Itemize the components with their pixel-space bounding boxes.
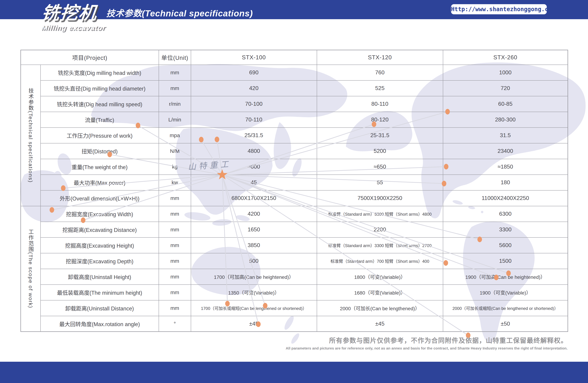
- row-label: 卸载高度(Uninstall Height): [41, 269, 159, 285]
- spec-row: 卸载距离(Uninstall Distance)mm1700（可加长或缩短(Ca…: [21, 300, 568, 316]
- spec-row: 挖掘深度(Excavating Depth)mm500标准臂（Standard …: [21, 253, 568, 269]
- unit-cell: mm: [159, 206, 191, 222]
- row-group-label: 技术参数(Technical specifications): [21, 65, 41, 206]
- value-cell: 2000（可加长(Can be lengthened)）: [317, 300, 443, 316]
- row-label: 卸载距离(Uninstall Distance): [41, 300, 159, 316]
- value-cell: 5600: [443, 237, 568, 253]
- value-cell: 标准臂（Standard arm）5300 短臂（Short arms）4800: [317, 206, 443, 222]
- unit-cell: N/M: [159, 143, 191, 159]
- unit-cell: mm: [159, 285, 191, 300]
- value-cell: ≈600: [191, 159, 317, 175]
- value-cell: ±50: [443, 316, 568, 332]
- brand-logo-en: Milling excavator: [41, 23, 106, 32]
- unit-cell: mm: [159, 253, 191, 269]
- unit-cell: mpa: [159, 128, 191, 143]
- row-label: 挖掘深度(Excavating Depth): [41, 253, 159, 269]
- spec-row: 挖掘高度(Excavating Height)mm3850标准臂（Standar…: [21, 237, 568, 253]
- unit-cell: mm: [159, 300, 191, 316]
- value-cell: 1350（可变(Variable)）: [191, 285, 317, 300]
- value-cell: 1650: [191, 222, 317, 237]
- row-label: 铣挖头转速(Dig head milling speed): [41, 96, 159, 112]
- value-cell: 4200: [191, 206, 317, 222]
- value-cell: ≈650: [317, 159, 443, 175]
- row-label: 外形(Overall dimension(L×W×H)): [41, 190, 159, 206]
- value-cell: 1700（可加高(Can be heightened)）: [191, 269, 317, 285]
- unit-cell: mm: [159, 237, 191, 253]
- disclaimer-en: All parameters and pictures are for refe…: [286, 346, 567, 350]
- spec-row: 技术参数(Technical specifications)铣挖头宽度(Dig …: [21, 65, 568, 80]
- value-cell: 6800X1700X2150: [191, 190, 317, 206]
- spec-row: 挖掘距离(Excavating Distance)mm165022003300: [21, 222, 568, 237]
- footer-bar: [0, 362, 588, 383]
- value-cell: 3300: [443, 222, 568, 237]
- spec-row: 最大回转角度(Max.rotation angle)°±45±45±50: [21, 316, 568, 332]
- value-cell: 690: [191, 65, 317, 80]
- value-cell: 6300: [443, 206, 568, 222]
- spec-row: 工作范围(The scope of work)挖掘宽度(Excavating W…: [21, 206, 568, 222]
- value-cell: 标准臂（Standard arm）700 短臂（Short arms）400: [317, 253, 443, 269]
- value-cell: ±45: [191, 316, 317, 332]
- unit-cell: r/min: [159, 96, 191, 112]
- col-header-stx260: STX-260: [443, 50, 568, 65]
- spec-row: 工作压力(Pressure of work)mpa25/31.525-31.53…: [21, 128, 568, 143]
- value-cell: 1900（可加高(Can be heightened)）: [443, 269, 568, 285]
- row-label: 挖掘距离(Excavating Distance): [41, 222, 159, 237]
- table-header-row: 项目(Project) 单位(Unit) STX-100 STX-120 STX…: [21, 50, 568, 65]
- value-cell: 1500: [443, 253, 568, 269]
- unit-cell: mm: [159, 80, 191, 96]
- spec-table: 项目(Project) 单位(Unit) STX-100 STX-120 STX…: [21, 50, 568, 332]
- col-header-project: 项目(Project): [21, 50, 159, 65]
- value-cell: 2200: [317, 222, 443, 237]
- spec-row: 卸载高度(Uninstall Height)mm1700（可加高(Can be …: [21, 269, 568, 285]
- value-cell: 4800: [191, 143, 317, 159]
- value-cell: 25/31.5: [191, 128, 317, 143]
- spec-row: 重量(The weight of the)kg≈600≈650≈1850: [21, 159, 568, 175]
- value-cell: 760: [317, 65, 443, 80]
- value-cell: 500: [191, 253, 317, 269]
- spec-row: 铣挖头直径(Dig milling head diameter)mm420525…: [21, 80, 568, 96]
- value-cell: 23400: [443, 143, 568, 159]
- value-cell: 2000（可加长或缩短(Can be lengthened or shorten…: [443, 300, 568, 316]
- value-cell: 1680（可变(Variable)）: [317, 285, 443, 300]
- value-cell: 标准臂（Standard arm）3300 短臂（Short arms）2700: [317, 237, 443, 253]
- spec-row: 流量(Traffic)L/min70-11080-120280-300: [21, 112, 568, 128]
- spec-row: 扭矩(Distorted)N/M4800520023400: [21, 143, 568, 159]
- website-link[interactable]: Http://www.shantezhonggong.com: [451, 4, 547, 14]
- unit-cell: kg: [159, 159, 191, 175]
- unit-cell: mm: [159, 269, 191, 285]
- row-label: 挖掘高度(Excavating Height): [41, 237, 159, 253]
- value-cell: 180: [443, 175, 568, 190]
- value-cell: 80-120: [317, 112, 443, 128]
- value-cell: 1800（可变(Variable)）: [317, 269, 443, 285]
- col-header-stx120: STX-120: [317, 50, 443, 65]
- value-cell: ±45: [317, 316, 443, 332]
- value-cell: 525: [317, 80, 443, 96]
- row-label: 工作压力(Pressure of work): [41, 128, 159, 143]
- value-cell: 55: [317, 175, 443, 190]
- col-header-unit: 单位(Unit): [159, 50, 191, 65]
- spec-row: 最大功率(Max power)kw4555180: [21, 175, 568, 190]
- row-group-label: 工作范围(The scope of work): [21, 206, 41, 332]
- value-cell: 80-110: [317, 96, 443, 112]
- spec-row: 最低装载高度(The minimum height)mm1350（可变(Vari…: [21, 285, 568, 300]
- value-cell: 720: [443, 80, 568, 96]
- row-label: 最大功率(Max power): [41, 175, 159, 190]
- unit-cell: L/min: [159, 112, 191, 128]
- row-label: 铣挖头宽度(Dig milling head width): [41, 65, 159, 80]
- row-label: 重量(The weight of the): [41, 159, 159, 175]
- value-cell: 420: [191, 80, 317, 96]
- brand-logo: 铣挖机 Milling excavator: [42, 4, 106, 32]
- value-cell: 11000X2400X2250: [443, 190, 568, 206]
- value-cell: 31.5: [443, 128, 568, 143]
- value-cell: 45: [191, 175, 317, 190]
- row-label: 挖掘宽度(Excavating Width): [41, 206, 159, 222]
- value-cell: 3850: [191, 237, 317, 253]
- value-cell: 1000: [443, 65, 568, 80]
- value-cell: 280-300: [443, 112, 568, 128]
- row-label: 最大回转角度(Max.rotation angle): [41, 316, 159, 332]
- disclaimer-cn: 所有参数与图片仅供参考，不作为合同附件及依据，山特重工保留最终解释权。: [286, 335, 567, 345]
- row-label: 铣挖头直径(Dig milling head diameter): [41, 80, 159, 96]
- value-cell: ≈1850: [443, 159, 568, 175]
- value-cell: 1700（可加长或缩短(Can be lengthened or shorten…: [191, 300, 317, 316]
- value-cell: 70-110: [191, 112, 317, 128]
